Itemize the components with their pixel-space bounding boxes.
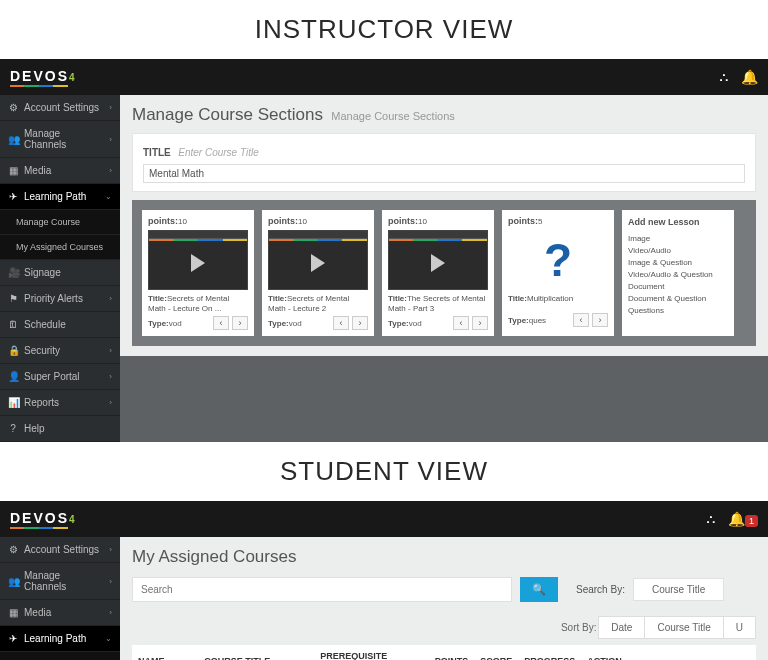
page-header: Manage Course Sections Manage Course Sec… bbox=[132, 105, 756, 125]
logo: DEVOS4 bbox=[10, 68, 77, 84]
topbar-icons: ⛬ 🔔 bbox=[717, 69, 758, 85]
sort-tab[interactable]: Date bbox=[598, 616, 645, 639]
sidebar-item-label: My Assigned Courses bbox=[16, 242, 103, 252]
card-title: Title:The Secrets of Mental Math - Part … bbox=[388, 294, 488, 313]
next-button[interactable]: › bbox=[232, 316, 248, 330]
prev-button[interactable]: ‹ bbox=[333, 316, 349, 330]
lesson-cards: points:10Title:Secrets of Mental Math - … bbox=[132, 200, 756, 346]
add-lesson-option[interactable]: Image bbox=[628, 233, 728, 245]
prev-button[interactable]: ‹ bbox=[453, 316, 469, 330]
sidebar-item-label: Signage bbox=[24, 267, 61, 278]
sidebar-item[interactable]: 🔒Security› bbox=[0, 338, 120, 364]
sidebar-item[interactable]: 🎥Signage bbox=[0, 260, 120, 286]
sidebar-item-label: Security bbox=[24, 345, 60, 356]
logo-underline bbox=[10, 527, 68, 529]
sidebar-icon: 👥 bbox=[8, 134, 18, 145]
sidebar-icon: ? bbox=[8, 423, 18, 434]
add-lesson-option[interactable]: Image & Question bbox=[628, 257, 728, 269]
notif-badge: 1 bbox=[745, 515, 758, 527]
chevron-icon: › bbox=[109, 135, 112, 144]
lesson-card[interactable]: points:5?Title:MultiplicationType:ques‹› bbox=[502, 210, 614, 336]
sort-tab[interactable]: U bbox=[723, 616, 756, 639]
card-type: Type:vod‹› bbox=[148, 316, 248, 330]
sidebar-icon: ⚙ bbox=[8, 544, 18, 555]
sidebar-item[interactable]: ⚙Account Settings› bbox=[0, 537, 120, 563]
sidebar-item[interactable]: 👤Super Portal› bbox=[0, 364, 120, 390]
logo-underline bbox=[10, 85, 68, 87]
instructor-app: DEVOS4 ⛬ 🔔 ⚙Account Settings›👥Manage Cha… bbox=[0, 59, 768, 442]
sidebar-item[interactable]: ✈Learning Path⌄ bbox=[0, 184, 120, 210]
sidebar-item[interactable]: ▦Media› bbox=[0, 158, 120, 184]
card-title: Title:Secrets of Mental Math - Lecture 2 bbox=[268, 294, 368, 313]
prev-button[interactable]: ‹ bbox=[213, 316, 229, 330]
sidebar-item-label: Manage Channels bbox=[24, 128, 103, 150]
bell-icon[interactable]: 🔔1 bbox=[728, 511, 758, 527]
add-lesson-header: Add new Lesson bbox=[628, 216, 728, 230]
video-thumb bbox=[148, 230, 248, 290]
sidebar-item[interactable]: 👥Manage Channels› bbox=[0, 121, 120, 158]
sidebar-item-label: Manage Channels bbox=[24, 570, 103, 592]
sidebar-item[interactable]: ✈Learning Path⌄ bbox=[0, 626, 120, 652]
title-label: TITLE bbox=[143, 147, 171, 158]
add-lesson-option[interactable]: Questions bbox=[628, 305, 728, 317]
sidebar-item[interactable]: ⚑Priority Alerts› bbox=[0, 286, 120, 312]
sidebar-icon: 📊 bbox=[8, 397, 18, 408]
sidebar-item[interactable]: ⚙Account Settings› bbox=[0, 95, 120, 121]
sidebar-item[interactable]: 🗓Schedule bbox=[0, 312, 120, 338]
video-thumb bbox=[268, 230, 368, 290]
breadcrumb: Manage Course Sections bbox=[331, 110, 455, 122]
search-input[interactable] bbox=[132, 577, 512, 602]
next-button[interactable]: › bbox=[472, 316, 488, 330]
sidebar-item[interactable]: 👥Manage Channels› bbox=[0, 563, 120, 600]
sidebar-item[interactable]: 📊Reports› bbox=[0, 390, 120, 416]
next-button[interactable]: › bbox=[352, 316, 368, 330]
sort-tab[interactable]: Course Title bbox=[644, 616, 723, 639]
bell-icon[interactable]: 🔔 bbox=[741, 69, 758, 85]
lesson-card[interactable]: points:10Title:Secrets of Mental Math - … bbox=[142, 210, 254, 336]
sort-by-label: Sort By: bbox=[561, 622, 597, 633]
sidebar-item[interactable]: ▦Media› bbox=[0, 600, 120, 626]
add-lesson-card[interactable]: Add new LessonImageVideo/AudioImage & Qu… bbox=[622, 210, 734, 336]
chevron-icon: › bbox=[109, 545, 112, 554]
card-points: points:10 bbox=[388, 216, 488, 226]
add-lesson-option[interactable]: Document & Question bbox=[628, 293, 728, 305]
title-placeholder: Enter Course Title bbox=[178, 147, 259, 158]
add-lesson-option[interactable]: Video/Audio & Question bbox=[628, 269, 728, 281]
lesson-card[interactable]: points:10Title:The Secrets of Mental Mat… bbox=[382, 210, 494, 336]
next-button[interactable]: › bbox=[592, 313, 608, 327]
sidebar-item-label: Account Settings bbox=[24, 544, 99, 555]
add-lesson-option[interactable]: Document bbox=[628, 281, 728, 293]
column-header: PREREQUISITE COURSES bbox=[314, 645, 429, 660]
courses-table: NAMECOURSE TITLEPREREQUISITE COURSESPOIN… bbox=[132, 645, 756, 660]
sidebar-icon: 👥 bbox=[8, 576, 18, 587]
org-icon[interactable]: ⛬ bbox=[704, 511, 718, 527]
sidebar-item[interactable]: ?Help bbox=[0, 416, 120, 442]
search-by-select[interactable]: Course Title bbox=[633, 578, 724, 601]
card-title: Title:Multiplication bbox=[508, 294, 608, 310]
sidebar-item-label: Learning Path bbox=[24, 633, 86, 644]
sidebar-item[interactable]: Manage Course bbox=[0, 652, 120, 660]
sidebar-item[interactable]: My Assigned Courses bbox=[0, 235, 120, 260]
add-lesson-option[interactable]: Video/Audio bbox=[628, 245, 728, 257]
question-icon: ? bbox=[508, 230, 608, 290]
topbar: DEVOS4 ⛬ 🔔 bbox=[0, 59, 768, 95]
sidebar: ⚙Account Settings›👥Manage Channels›▦Medi… bbox=[0, 537, 120, 660]
sidebar-icon: ✈ bbox=[8, 633, 18, 644]
title-input[interactable] bbox=[143, 164, 745, 183]
chevron-icon: › bbox=[109, 372, 112, 381]
sidebar-item-label: Reports bbox=[24, 397, 59, 408]
search-button[interactable]: 🔍 bbox=[520, 577, 558, 602]
page-title: Manage Course Sections bbox=[132, 105, 323, 124]
play-icon bbox=[431, 254, 445, 272]
chevron-icon: › bbox=[109, 166, 112, 175]
sidebar-item-label: Schedule bbox=[24, 319, 66, 330]
card-points: points:10 bbox=[148, 216, 248, 226]
logo: DEVOS4 bbox=[10, 510, 77, 526]
column-header: PROGRESS bbox=[518, 645, 581, 660]
column-header: NAME bbox=[132, 645, 198, 660]
lesson-card[interactable]: points:10Title:Secrets of Mental Math - … bbox=[262, 210, 374, 336]
prev-button[interactable]: ‹ bbox=[573, 313, 589, 327]
org-icon[interactable]: ⛬ bbox=[717, 69, 731, 85]
search-by-label: Search By: bbox=[576, 584, 625, 595]
sidebar-item[interactable]: Manage Course bbox=[0, 210, 120, 235]
